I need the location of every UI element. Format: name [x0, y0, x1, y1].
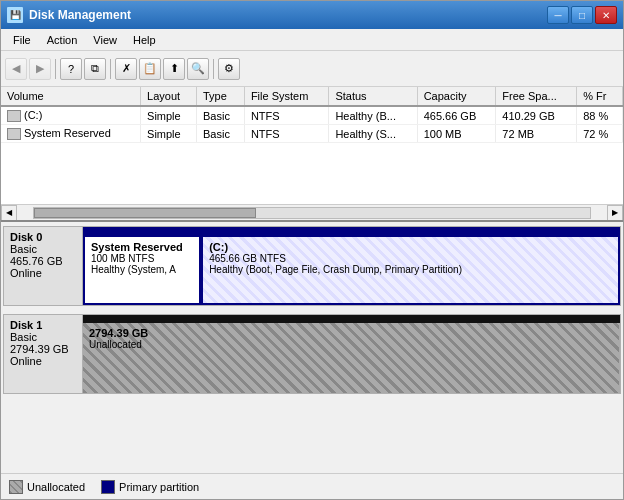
cell-type: Basic	[197, 125, 245, 143]
window-title: Disk Management	[29, 8, 131, 22]
legend-unallocated-label: Unallocated	[27, 481, 85, 493]
disk-label: Disk 1 Basic 2794.39 GB Online	[3, 314, 83, 394]
col-type[interactable]: Type	[197, 87, 245, 106]
disk-status: Online	[10, 267, 76, 279]
cell-type: Basic	[197, 106, 245, 125]
partition-row: 2794.39 GB Unallocated	[83, 323, 620, 393]
export-button[interactable]: ⬆	[163, 58, 185, 80]
partition-row: System Reserved 100 MB NTFS Healthy (Sys…	[83, 235, 620, 305]
col-status[interactable]: Status	[329, 87, 417, 106]
toolbar-separator-3	[213, 59, 214, 79]
h-scrollbar-track[interactable]	[33, 207, 591, 219]
cell-pctfree: 72 %	[577, 125, 623, 143]
drive-icon	[7, 110, 21, 122]
col-pctfree[interactable]: % Fr	[577, 87, 623, 106]
menu-action[interactable]: Action	[39, 32, 86, 48]
cell-filesystem: NTFS	[244, 125, 329, 143]
cell-status: Healthy (B...	[329, 106, 417, 125]
table-row[interactable]: (C:) Simple Basic NTFS Healthy (B... 465…	[1, 106, 623, 125]
minimize-button[interactable]: ─	[547, 6, 569, 24]
partition-size: 465.66 GB NTFS	[209, 253, 612, 264]
forward-button[interactable]: ▶	[29, 58, 51, 80]
menu-help[interactable]: Help	[125, 32, 164, 48]
disk-pane: Disk 0 Basic 465.76 GB Online System Res…	[1, 222, 623, 473]
partition-name: 2794.39 GB	[89, 327, 613, 339]
menu-view[interactable]: View	[85, 32, 125, 48]
partition-name: System Reserved	[91, 241, 193, 253]
title-controls: ─ □ ✕	[547, 6, 617, 24]
cell-layout: Simple	[141, 106, 197, 125]
delete-button[interactable]: ✗	[115, 58, 137, 80]
partition-status: Healthy (Boot, Page File, Crash Dump, Pr…	[209, 264, 612, 275]
legend-unallocated: Unallocated	[9, 480, 85, 494]
disk-label: Disk 0 Basic 465.76 GB Online	[3, 226, 83, 306]
legend: Unallocated Primary partition	[1, 473, 623, 499]
cell-pctfree: 88 %	[577, 106, 623, 125]
col-volume[interactable]: Volume	[1, 87, 141, 106]
legend-primary-box	[101, 480, 115, 494]
main-window: 💾 Disk Management ─ □ ✕ File Action View…	[0, 0, 624, 500]
cell-freespace: 72 MB	[496, 125, 577, 143]
disk-row: Disk 0 Basic 465.76 GB Online System Res…	[3, 226, 621, 306]
cell-layout: Simple	[141, 125, 197, 143]
main-content: Volume Layout Type File System Status Ca…	[1, 87, 623, 499]
disk-partitions: System Reserved 100 MB NTFS Healthy (Sys…	[83, 226, 621, 306]
h-scroll-left[interactable]: ◀	[1, 205, 17, 221]
disk-id: Disk 0	[10, 231, 76, 243]
cell-volume: System Reserved	[1, 125, 141, 143]
close-button[interactable]: ✕	[595, 6, 617, 24]
h-scroll-right[interactable]: ▶	[607, 205, 623, 221]
menu-file[interactable]: File	[5, 32, 39, 48]
disk-type: Basic	[10, 243, 76, 255]
partition-status: Healthy (System, A	[91, 264, 193, 275]
cell-capacity: 100 MB	[417, 125, 496, 143]
h-scrollbar[interactable]: ◀ ▶	[1, 204, 623, 220]
partition-name: (C:)	[209, 241, 612, 253]
cell-freespace: 410.29 GB	[496, 106, 577, 125]
map-button[interactable]: 📋	[139, 58, 161, 80]
disk-header-bar	[83, 227, 620, 235]
col-layout[interactable]: Layout	[141, 87, 197, 106]
cell-filesystem: NTFS	[244, 106, 329, 125]
volume-table: Volume Layout Type File System Status Ca…	[1, 87, 623, 143]
cell-capacity: 465.66 GB	[417, 106, 496, 125]
toolbar-separator-2	[110, 59, 111, 79]
disk-size: 465.76 GB	[10, 255, 76, 267]
col-filesystem[interactable]: File System	[244, 87, 329, 106]
disk-type: Basic	[10, 331, 76, 343]
volume-table-header: Volume Layout Type File System Status Ca…	[1, 87, 623, 106]
disk-partitions: 2794.39 GB Unallocated	[83, 314, 621, 394]
table-row[interactable]: System Reserved Simple Basic NTFS Health…	[1, 125, 623, 143]
legend-primary: Primary partition	[101, 480, 199, 494]
disk-id: Disk 1	[10, 319, 76, 331]
partition-block[interactable]: System Reserved 100 MB NTFS Healthy (Sys…	[83, 235, 201, 305]
title-bar: 💾 Disk Management ─ □ ✕	[1, 1, 623, 29]
col-capacity[interactable]: Capacity	[417, 87, 496, 106]
title-bar-left: 💾 Disk Management	[7, 7, 131, 23]
disk-size: 2794.39 GB	[10, 343, 76, 355]
window-icon: 💾	[7, 7, 23, 23]
disk-pane-inner[interactable]: Disk 0 Basic 465.76 GB Online System Res…	[1, 222, 623, 473]
partition-size-label: Unallocated	[89, 339, 613, 350]
volume-pane: Volume Layout Type File System Status Ca…	[1, 87, 623, 222]
volume-table-wrapper[interactable]: Volume Layout Type File System Status Ca…	[1, 87, 623, 204]
col-freespace[interactable]: Free Spa...	[496, 87, 577, 106]
disk-header-bar	[83, 315, 620, 323]
partition-block[interactable]: (C:) 465.66 GB NTFS Healthy (Boot, Page …	[201, 235, 620, 305]
drive-icon	[7, 128, 21, 140]
volume-table-body: (C:) Simple Basic NTFS Healthy (B... 465…	[1, 106, 623, 143]
legend-unallocated-box	[9, 480, 23, 494]
partition-size: 100 MB NTFS	[91, 253, 193, 264]
search-button[interactable]: 🔍	[187, 58, 209, 80]
properties-button[interactable]: ⧉	[84, 58, 106, 80]
cell-status: Healthy (S...	[329, 125, 417, 143]
h-scrollbar-thumb[interactable]	[34, 208, 256, 218]
toolbar: ◀ ▶ ? ⧉ ✗ 📋 ⬆ 🔍 ⚙	[1, 51, 623, 87]
settings-button[interactable]: ⚙	[218, 58, 240, 80]
legend-primary-label: Primary partition	[119, 481, 199, 493]
maximize-button[interactable]: □	[571, 6, 593, 24]
cell-volume: (C:)	[1, 106, 141, 125]
back-button[interactable]: ◀	[5, 58, 27, 80]
help-button[interactable]: ?	[60, 58, 82, 80]
toolbar-separator-1	[55, 59, 56, 79]
